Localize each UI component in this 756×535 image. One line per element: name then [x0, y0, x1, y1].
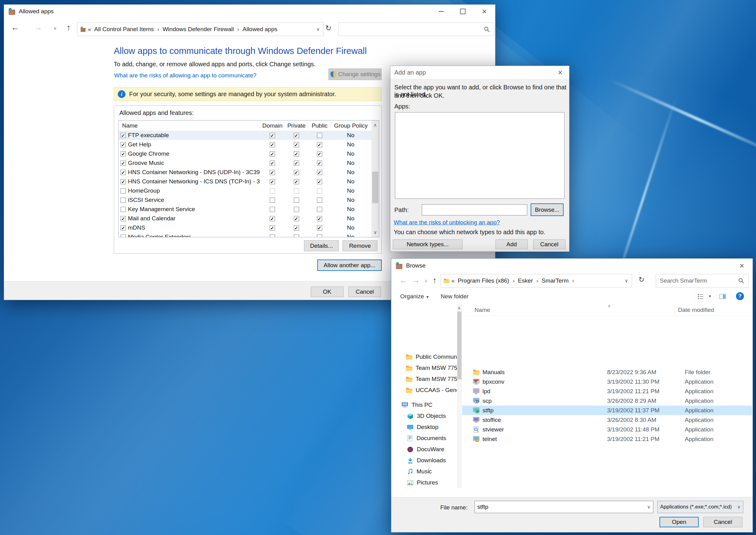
- checkbox[interactable]: [121, 198, 126, 203]
- checkbox[interactable]: ✓: [294, 133, 299, 138]
- sidebar-item-this-pc[interactable]: This PC: [391, 399, 466, 410]
- forward-button[interactable]: →: [34, 23, 42, 31]
- table-row[interactable]: HomeGroupNo: [119, 186, 371, 195]
- checkbox[interactable]: ✓: [270, 151, 275, 156]
- table-row[interactable]: ✓mDNS✓✓✓No: [119, 223, 371, 232]
- address-dropdown-icon[interactable]: ∨: [316, 26, 320, 32]
- checkbox[interactable]: [317, 198, 322, 203]
- change-settings-button[interactable]: Change settings: [328, 69, 382, 80]
- recent-locations-dropdown[interactable]: ∨: [53, 26, 57, 31]
- preview-pane-icon[interactable]: [719, 293, 727, 300]
- breadcrumb-item[interactable]: SmarTerm: [542, 277, 569, 284]
- unblocking-risks-link[interactable]: What are the risks of unblocking an app?: [394, 219, 500, 226]
- refresh-button[interactable]: ↻: [325, 24, 332, 32]
- checkbox[interactable]: [294, 235, 299, 237]
- ok-button[interactable]: OK: [311, 287, 343, 297]
- checkbox[interactable]: [317, 188, 322, 193]
- file-row-scp[interactable]: scp3/26/2002 8:29 AMApplication: [462, 396, 752, 406]
- up-button[interactable]: ↑: [433, 276, 437, 284]
- checkbox[interactable]: ✓: [121, 142, 126, 147]
- recent-locations-dropdown[interactable]: ∨: [424, 278, 428, 283]
- address-bar[interactable]: «Program Files (x86)›Esker›SmarTerm› ∨: [441, 274, 632, 288]
- checkbox[interactable]: ✓: [270, 142, 275, 147]
- file-row-manuals[interactable]: Manuals8/23/2022 9:36 AMFile folder: [462, 367, 752, 377]
- checkbox[interactable]: ✓: [317, 170, 322, 175]
- checkbox[interactable]: ✓: [317, 216, 322, 221]
- filter-dropdown-icon[interactable]: ∨: [737, 504, 741, 510]
- breadcrumb-item[interactable]: Program Files (x86): [458, 277, 509, 284]
- checkbox[interactable]: ✓: [317, 225, 322, 231]
- file-type-filter[interactable]: Applications (*.exe;*.com;*.icd) ∨: [657, 501, 743, 513]
- minimize-button[interactable]: [430, 5, 452, 18]
- table-row[interactable]: Key Management ServiceNo: [119, 205, 371, 214]
- checkbox[interactable]: ✓: [317, 179, 322, 184]
- checkbox[interactable]: ✓: [294, 160, 299, 166]
- checkbox[interactable]: [270, 198, 275, 203]
- close-button[interactable]: ×: [474, 5, 495, 18]
- table-column-header[interactable]: Private: [285, 122, 308, 129]
- checkbox[interactable]: [121, 188, 126, 193]
- address-dropdown-icon[interactable]: ∨: [625, 278, 628, 284]
- titlebar[interactable]: Browse ×: [391, 259, 753, 273]
- scroll-down-icon[interactable]: ∨: [371, 230, 379, 235]
- cancel-button[interactable]: Cancel: [703, 517, 742, 527]
- search-box[interactable]: Search SmarTerm: [656, 274, 749, 288]
- checkbox[interactable]: ✓: [317, 151, 322, 156]
- allow-another-app-button[interactable]: Allow another app...: [317, 260, 382, 271]
- remove-button[interactable]: Remove: [342, 240, 377, 251]
- organize-menu[interactable]: Organize ▼: [400, 293, 429, 300]
- checkbox[interactable]: ✓: [294, 170, 299, 175]
- browse-button[interactable]: Browse...: [531, 203, 564, 216]
- checkbox[interactable]: [317, 235, 322, 237]
- table-row[interactable]: ✓Mail and Calendar✓✓✓No: [119, 214, 371, 223]
- checkbox[interactable]: [121, 235, 126, 237]
- scroll-up-icon[interactable]: ∧: [457, 305, 461, 310]
- file-name-dropdown-icon[interactable]: ∨: [647, 504, 651, 510]
- checkbox[interactable]: ✓: [121, 133, 126, 138]
- add-button[interactable]: Add: [495, 239, 528, 249]
- checkbox[interactable]: [121, 207, 126, 212]
- back-button[interactable]: ←: [11, 23, 19, 31]
- checkbox[interactable]: ✓: [317, 142, 322, 147]
- checkbox[interactable]: ✓: [294, 142, 299, 147]
- network-types-button[interactable]: Network types...: [393, 239, 462, 249]
- file-row-telnet[interactable]: telnet3/19/2002 11:21 PMApplication: [462, 434, 752, 444]
- column-header-date-modified[interactable]: Date modified: [678, 307, 714, 313]
- titlebar[interactable]: Add an app: [390, 66, 569, 79]
- table-column-header[interactable]: Domain: [260, 122, 285, 129]
- apps-listbox[interactable]: [395, 112, 565, 199]
- checkbox[interactable]: [270, 188, 275, 193]
- table-column-header[interactable]: Name: [119, 122, 260, 129]
- checkbox[interactable]: ✓: [121, 225, 126, 231]
- breadcrumb-item[interactable]: Windows Defender Firewall: [162, 26, 234, 33]
- breadcrumb-item[interactable]: All Control Panel Items: [94, 26, 154, 33]
- table-row[interactable]: ✓Groove Music✓✓✓No: [119, 158, 371, 168]
- titlebar[interactable]: Allowed apps ×: [4, 5, 495, 18]
- file-row-stviewer[interactable]: stviewer3/19/2002 11:48 PMApplication: [462, 425, 752, 434]
- checkbox[interactable]: ✓: [294, 225, 299, 231]
- refresh-button[interactable]: ↻: [639, 276, 644, 283]
- table-row[interactable]: ✓Google Chrome✓✓✓No: [119, 149, 371, 158]
- checkbox[interactable]: ✓: [121, 160, 126, 166]
- checkbox[interactable]: ✓: [270, 216, 275, 221]
- checkbox[interactable]: ✓: [294, 216, 299, 221]
- up-button[interactable]: ↑: [67, 23, 71, 31]
- checkbox[interactable]: ✓: [121, 216, 126, 221]
- help-icon[interactable]: ?: [736, 292, 744, 300]
- checkbox[interactable]: ✓: [121, 179, 126, 184]
- checkbox[interactable]: ✓: [270, 170, 275, 175]
- open-button[interactable]: Open: [659, 517, 699, 527]
- cancel-button[interactable]: Cancel: [533, 239, 566, 249]
- file-list-header[interactable]: ∧ Name Date modified Type Size: [462, 304, 753, 316]
- scrollbar-thumb[interactable]: [457, 312, 462, 380]
- checkbox[interactable]: ✓: [270, 225, 275, 231]
- list-view-icon[interactable]: [696, 293, 705, 300]
- checkbox[interactable]: ✓: [270, 133, 275, 138]
- table-row[interactable]: ✓HNS Container Networking - ICS DNS (TCP…: [119, 177, 371, 186]
- checkbox[interactable]: [270, 207, 275, 212]
- breadcrumb-item[interactable]: Allowed apps: [243, 26, 277, 33]
- column-divider[interactable]: [675, 305, 675, 314]
- file-row-bpxconv[interactable]: bpxconv3/19/2002 11:30 PMApplication: [462, 377, 752, 386]
- breadcrumb[interactable]: «Program Files (x86)›Esker›SmarTerm›: [450, 277, 577, 284]
- sidebar-scrollbar[interactable]: ∧: [457, 304, 462, 488]
